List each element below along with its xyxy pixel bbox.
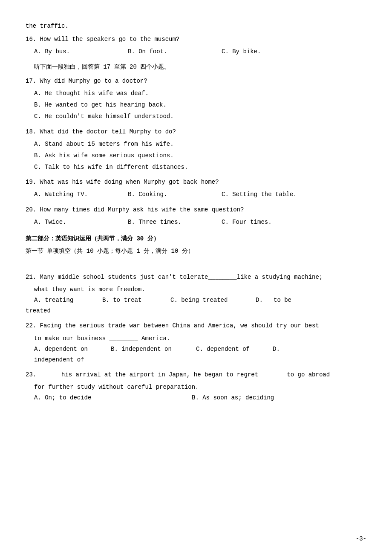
- q22-opt-c: C. dependent of: [196, 344, 273, 355]
- q21-opt-c: C. being treated: [170, 295, 256, 306]
- question-19: 19. What was his wife doing when Murphy …: [26, 177, 366, 200]
- q18-opt-a: A. Stand about 15 meters from his wife.: [34, 139, 366, 150]
- q18-title: 18. What did the doctor tell Murphy to d…: [26, 127, 366, 137]
- section2-sub: 第一节 单项填空（共 10 小题；每小题 1 分，满分 10 分）: [26, 246, 366, 257]
- q18-opt-b: B. Ask his wife some serious questions.: [34, 150, 366, 161]
- q19-opt-c: C. Setting the table.: [222, 189, 307, 200]
- section2-header-text: 第二部分：英语知识运用（共两节，满分 30 分）: [26, 235, 159, 242]
- q17-title: 17. Why did Murphy go to a doctor?: [26, 76, 366, 87]
- q22-options: A. dependent on B. independent on C. dep…: [34, 344, 366, 355]
- q21-options: A. treating B. to treat C. being treated…: [34, 295, 366, 306]
- q16-number: 16.: [26, 36, 40, 43]
- q17-opt-b: B. He wanted to get his hearing back.: [34, 100, 366, 110]
- q22-opt-d-wrap: independent of: [34, 355, 366, 365]
- q19-opt-b: B. Cooking.: [128, 189, 222, 200]
- q16-options: A. By bus. B. On foot. C. By bike.: [34, 46, 366, 57]
- q18-opt-c: C. Talk to his wife in different distanc…: [34, 162, 366, 173]
- q16-opt-c: C. By bike.: [222, 46, 307, 57]
- q23-opt-b: B. As soon as; deciding: [192, 393, 320, 403]
- top-divider: [26, 13, 366, 13]
- q21-opt-d-wrap: treated: [26, 306, 366, 316]
- q20-title: 20. How many times did Murphy ask his wi…: [26, 205, 366, 215]
- q21-opt-a: A. treating: [34, 295, 102, 306]
- q23-title: 23. ______his arrival at the airport in …: [26, 370, 366, 380]
- instruction-17-20: 听下面一段独白，回答第 17 至第 20 四个小题。: [34, 62, 366, 72]
- q16-opt-a: A. By bus.: [34, 46, 128, 57]
- question-22: 22. Facing the serious trade war between…: [26, 321, 366, 365]
- section2-header: 第二部分：英语知识运用（共两节，满分 30 分）: [26, 234, 366, 244]
- q23-options: A. On; to decide B. As soon as; deciding: [34, 393, 366, 403]
- page-content: the traffic. 16. How will the speakers g…: [26, 21, 366, 404]
- q16-text: How will the speakers go to the museum?: [40, 36, 180, 43]
- question-16: 16. How will the speakers go to the muse…: [26, 34, 366, 57]
- q22-title: 22. Facing the serious trade war between…: [26, 321, 366, 331]
- q20-opt-c: C. Four times.: [222, 217, 307, 228]
- q22-opt-d-label: D.: [273, 344, 298, 355]
- q20-opt-b: B. Three times.: [128, 217, 222, 228]
- q17-opt-a: A. He thought his wife was deaf.: [34, 88, 366, 99]
- q21-opt-d-label: D. to be: [256, 295, 291, 306]
- intro-paragraph: the traffic.: [26, 21, 366, 32]
- q20-opt-a: A. Twice.: [34, 217, 128, 228]
- question-23: 23. ______his arrival at the airport in …: [26, 370, 366, 404]
- q19-title: 19. What was his wife doing when Murphy …: [26, 177, 366, 188]
- q22-opt-b: B. independent on: [111, 344, 196, 355]
- question-20: 20. How many times did Murphy ask his wi…: [26, 205, 366, 228]
- q21-title: 21. Many middle school students just can…: [26, 272, 366, 283]
- q22-opt-a: A. dependent on: [34, 344, 111, 355]
- question-17: 17. Why did Murphy go to a doctor? A. He…: [26, 76, 366, 122]
- question-18: 18. What did the doctor tell Murphy to d…: [26, 127, 366, 173]
- q16-title: 16. How will the speakers go to the muse…: [26, 34, 366, 45]
- q16-opt-b: B. On foot.: [128, 46, 222, 57]
- q21-title2: what they want is more freedom.: [34, 284, 366, 295]
- q23-title2: for further study without careful prepar…: [34, 382, 366, 393]
- q22-title2: to make our business ________ America.: [34, 333, 366, 344]
- section2-sub-text: 第一节 单项填空（共 10 小题；每小题 1 分，满分 10 分）: [26, 248, 194, 254]
- q23-opt-a: A. On; to decide: [34, 393, 192, 403]
- intro-text: the traffic.: [26, 23, 69, 29]
- q21-opt-b: B. to treat: [102, 295, 170, 306]
- q20-options: A. Twice. B. Three times. C. Four times.: [34, 217, 366, 228]
- q19-options: A. Watching TV. B. Cooking. C. Setting t…: [34, 189, 366, 200]
- q19-opt-a: A. Watching TV.: [34, 189, 128, 200]
- page-number: -3-: [356, 535, 366, 542]
- question-21: 21. Many middle school students just can…: [26, 272, 366, 317]
- q17-opt-c: C. He couldn't make himself understood.: [34, 111, 366, 122]
